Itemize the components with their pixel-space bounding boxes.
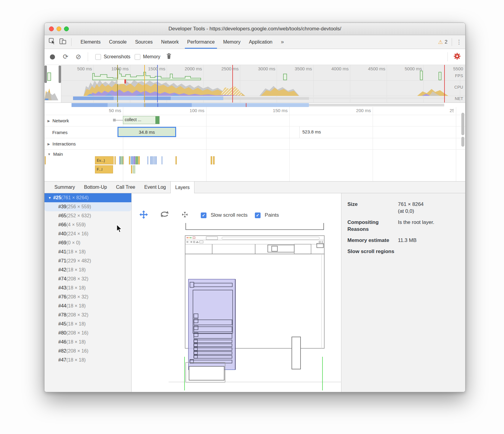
flame-bar[interactable] <box>148 156 148 164</box>
kebab-menu-button[interactable]: ⋮ <box>456 41 461 43</box>
record-button[interactable] <box>50 54 55 60</box>
layer-row[interactable]: #45(18 × 18) <box>44 319 131 329</box>
flame-bar[interactable] <box>211 156 212 164</box>
layer-row[interactable]: #80(208 × 16) <box>44 329 131 338</box>
layer-id: #65 <box>58 213 66 219</box>
tab-performance[interactable]: Performance <box>183 35 219 49</box>
flame-bar[interactable] <box>150 156 151 164</box>
layer-row[interactable]: #43(18 × 18) <box>44 283 131 292</box>
layer-row[interactable]: #74(208 × 32) <box>44 274 131 283</box>
interactions-track-label[interactable]: ▶Interactions <box>47 141 76 146</box>
flame-bar[interactable] <box>133 165 134 173</box>
drawer-tab-layers[interactable]: Layers <box>170 182 194 193</box>
flame-bar[interactable] <box>151 156 152 164</box>
flame-bar[interactable] <box>45 156 46 164</box>
layer-row[interactable]: #44(18 × 18) <box>44 301 131 310</box>
layer-row[interactable]: #46(18 × 18) <box>44 338 131 347</box>
layer-row[interactable]: #41(18 × 18) <box>44 247 131 256</box>
layer-row[interactable]: #47(18 × 18) <box>44 356 131 365</box>
layer-row[interactable]: ▼#25(761 × 8264) <box>44 193 131 202</box>
layer-row[interactable]: #69(0 × 0) <box>44 238 131 247</box>
network-request-line <box>116 120 123 121</box>
tracks-scrollbar-thumb[interactable] <box>461 113 464 135</box>
lane-label-net: NET <box>455 96 463 101</box>
flame-bar[interactable] <box>133 156 135 164</box>
layer-details-pane: Size 761 × 8264 (at 0,0) Compositing Rea… <box>341 193 465 392</box>
reset-view-icon[interactable] <box>181 211 189 220</box>
selected-frame[interactable]: 34.8 ms <box>118 127 176 137</box>
paints-checkbox[interactable]: ✓ <box>255 212 261 218</box>
flame-bar[interactable] <box>154 156 155 164</box>
tab-console[interactable]: Console <box>105 35 131 49</box>
slow-scroll-rects-checkbox[interactable]: ✓ <box>201 212 206 218</box>
drawer-tab-call-tree[interactable]: Call Tree <box>111 182 140 193</box>
drawer-tab-summary[interactable]: Summary <box>50 182 79 193</box>
layer-row[interactable]: #65(252 × 632) <box>44 211 131 220</box>
flame-bar[interactable] <box>138 156 140 164</box>
tab-memory[interactable]: Memory <box>219 35 245 49</box>
flame-bar[interactable] <box>176 156 177 164</box>
tab-elements[interactable]: Elements <box>76 35 105 49</box>
overview-tick: 4500 ms <box>368 66 385 71</box>
frames-track-label[interactable]: Frames <box>52 130 68 135</box>
flame-bar[interactable] <box>131 156 132 164</box>
flame-bar[interactable] <box>121 156 121 164</box>
drawer-tab-bottom-up[interactable]: Bottom-Up <box>79 182 111 193</box>
flame-bar[interactable] <box>122 156 123 164</box>
layer-id: #78 <box>58 312 66 318</box>
flame-bar[interactable] <box>115 156 116 164</box>
flame-bar[interactable] <box>137 156 138 164</box>
network-track-label[interactable]: ▶Network <box>47 118 69 123</box>
timeline-overview[interactable]: 500 ms1000 ms1500 ms2000 ms2500 ms3000 m… <box>44 65 465 103</box>
tab-application[interactable]: Application <box>245 35 276 49</box>
event-block[interactable]: Ev...) <box>95 156 114 164</box>
inspect-element-icon[interactable] <box>49 38 56 46</box>
layers-panel: ▼#25(761 × 8264)#39(256 × 559)#65(252 × … <box>44 193 465 392</box>
flame-bar[interactable] <box>131 165 132 173</box>
layer-row[interactable]: #76(208 × 32) <box>44 292 131 301</box>
layer-dimensions: (224 × 16) <box>66 231 88 237</box>
overview-tick: 3500 ms <box>295 66 312 71</box>
network-request-bar[interactable]: collect ... <box>123 116 160 124</box>
flame-bar[interactable] <box>132 156 133 164</box>
function-block[interactable]: F...l <box>95 165 113 173</box>
tab-network[interactable]: Network <box>157 35 183 49</box>
reload-and-profile-button[interactable]: ⟳ <box>63 53 68 60</box>
layer-row[interactable]: #82(208 × 16) <box>44 347 131 356</box>
range-handle-left[interactable] <box>44 66 47 83</box>
device-toolbar-icon[interactable] <box>59 38 66 46</box>
clear-recording-button[interactable]: ⊘ <box>75 53 81 60</box>
layer-dimensions: (208 × 32) <box>66 294 88 300</box>
layer-row[interactable]: #71(229 × 482) <box>44 256 131 265</box>
expander-icon[interactable]: ▼ <box>48 196 51 200</box>
tab-sources[interactable]: Sources <box>131 35 157 49</box>
tracks-scrollbar-thumb[interactable] <box>461 137 464 147</box>
layer-row[interactable]: #78(208 × 32) <box>44 310 131 319</box>
settings-gear-icon[interactable] <box>453 52 461 61</box>
main-track-label[interactable]: ▼Main <box>47 151 63 157</box>
screenshots-checkbox[interactable] <box>95 54 101 60</box>
pan-mode-icon[interactable] <box>139 210 148 220</box>
flame-bar[interactable] <box>153 156 154 164</box>
drawer-tab-event-log[interactable]: Event Log <box>140 182 170 193</box>
flame-bar[interactable] <box>162 156 162 164</box>
layers-canvas[interactable] <box>132 222 341 392</box>
console-warnings-badge[interactable]: ⚠ 2 <box>438 39 447 45</box>
warning-count: 2 <box>445 39 447 45</box>
range-handle-right[interactable] <box>59 66 61 83</box>
trash-icon[interactable] <box>166 53 172 61</box>
flame-bar[interactable] <box>119 156 120 164</box>
rotate-mode-icon[interactable] <box>160 211 169 220</box>
flame-bar[interactable] <box>123 156 124 164</box>
flame-bar[interactable] <box>129 156 130 164</box>
layer-tree[interactable]: ▼#25(761 × 8264)#39(256 × 559)#65(252 × … <box>44 193 132 392</box>
layer-row[interactable]: #39(256 × 559) <box>44 202 131 211</box>
memory-checkbox[interactable] <box>135 54 140 60</box>
flame-bar[interactable] <box>136 156 137 164</box>
layer-row[interactable]: #42(18 × 18) <box>44 265 131 274</box>
flame-bar[interactable] <box>213 156 215 164</box>
flame-bar[interactable] <box>156 156 157 164</box>
timeline-tracks[interactable]: 50 ms100 ms150 ms200 ms250 ms ▶Network c… <box>44 103 465 181</box>
more-tabs-button[interactable]: » <box>276 39 288 45</box>
flame-bar[interactable] <box>134 165 135 173</box>
